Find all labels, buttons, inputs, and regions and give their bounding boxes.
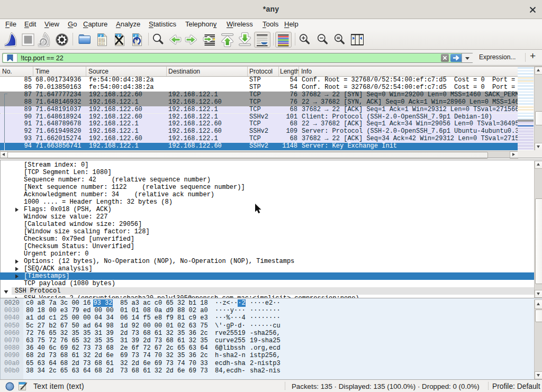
svg-text:0111: 0111 xyxy=(98,43,105,46)
